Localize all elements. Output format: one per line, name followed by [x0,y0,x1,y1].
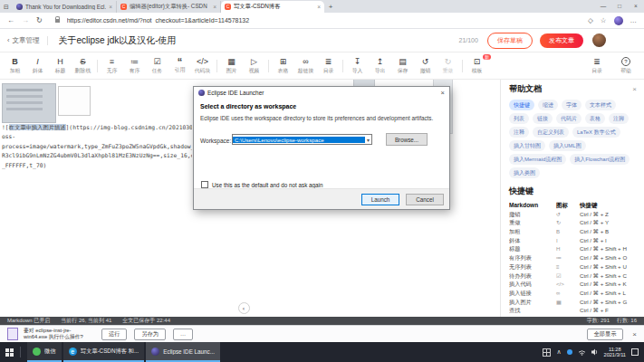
help-doc-pill[interactable]: 快捷键 [509,100,534,110]
toolbar-button[interactable]: ≔ 有序 [123,57,146,75]
cancel-button[interactable]: Cancel [406,194,444,205]
taskbar-app[interactable]: 写文章-CSDN博客 和... [63,342,145,362]
refresh-icon[interactable]: ↻ [36,16,43,24]
launch-button[interactable]: Launch [361,194,399,205]
toolbar-button[interactable]: “ 引用 [168,58,191,74]
toolbar-button[interactable]: ↥ 导出 [369,57,391,75]
toolbar-button[interactable]: ≣ 目录 [582,57,611,75]
article-manage-link[interactable]: ‹ 文章管理 [7,36,48,45]
toolbar-button[interactable]: ▦ 图片 [220,57,243,75]
help-doc-pill[interactable]: 插入甘特图 [509,140,545,151]
toolbar-button[interactable]: ↻ 重做 [437,57,459,75]
markdown-source[interactable]: ![在文章中插入图片描述](https://img-blog.csdnimg.c… [2,123,192,170]
help-doc-pill[interactable]: 插入Mermaid流程图 [509,154,566,165]
sparkle-icon[interactable]: ◇ [588,16,593,24]
toolbar-button[interactable]: ↧ 导入 [346,57,369,75]
new-tab-button[interactable]: + [324,1,337,13]
browse-button[interactable]: Browse... [386,133,428,146]
taskbar-app[interactable]: 微信 [27,342,62,362]
help-doc-pill[interactable]: 插入类图 [509,167,540,178]
taskbar-app[interactable]: Eclipse IDE Launc... [146,342,220,362]
combobox-dropdown-icon[interactable]: ▾ [365,137,371,143]
tray-app-icon[interactable] [543,348,551,357]
help-doc-pill[interactable]: LaTeX 数学公式 [572,127,620,138]
toolbar-button[interactable]: H 标题 [49,57,72,75]
toolbar-button[interactable]: ≡ 无序 [101,57,123,75]
show-hidden-icons-chevron[interactable]: ∧ [556,348,561,356]
help-doc-pill[interactable]: 自定义列表 [533,127,569,138]
help-doc-pill[interactable]: 字体 [562,100,582,110]
article-title-input[interactable] [57,34,459,46]
wifi-icon[interactable] [578,349,586,356]
toolbar-button[interactable]: ☑ 任务 [146,57,168,75]
minimize-button[interactable]: — [595,0,611,12]
tab-close-icon[interactable]: × [213,4,216,10]
download-bar-close-icon[interactable]: × [632,330,637,338]
browser-menu-icon[interactable]: … [630,16,638,24]
back-icon[interactable]: ← [7,16,14,24]
toolbar-button[interactable]: B 加粗 [4,57,26,75]
toolbar-button[interactable]: ∞ 超链接 [294,57,317,75]
help-doc-pill[interactable]: 代码片 [556,113,582,124]
url-text[interactable]: https://editor.csdn.net/md/?not_checkout… [67,17,581,24]
run-button[interactable]: 运行 [101,329,127,340]
user-avatar[interactable] [592,33,606,47]
toolbar-button[interactable]: ⊞ 表格 [272,57,294,75]
show-all-downloads-button[interactable]: 全部显示 [587,329,624,340]
browser-tab[interactable]: 写文章-CSDN博客 × [221,1,324,13]
action-center-icon[interactable] [631,348,639,356]
browser-tab[interactable]: 编辑器(editor)文章转换- CSDN × [117,1,221,13]
help-doc-pill[interactable]: 注释 [509,127,529,138]
maximize-button[interactable]: □ [611,0,628,12]
help-doc-pill[interactable]: 链接 [533,113,553,124]
toolbar-button[interactable]: S 删除线 [72,57,94,75]
preview-toggle-icon[interactable]: ◐ [238,302,250,314]
default-workspace-checkbox-row[interactable]: Use this as the default and do not ask a… [201,181,323,188]
toolbar-button[interactable]: </> 代码块 [191,57,214,75]
toolbar-button[interactable]: ▤ 保存 [391,57,414,75]
help-doc-pill[interactable]: 列表 [509,113,529,124]
volume-icon[interactable] [591,348,599,356]
tab-close-icon[interactable]: × [109,4,112,10]
help-close-icon[interactable]: × [632,85,637,93]
toolbar-button[interactable]: ▷ 视频 [243,57,265,75]
toolbar-button[interactable]: ≣ 目录 [317,57,340,75]
help-doc-pill[interactable]: 缩进 [538,100,558,110]
download-more-icon[interactable]: ··· [173,329,193,340]
toolbar-button[interactable]: ↺ 撤销 [414,57,437,75]
browser-profile-avatar[interactable] [614,16,623,25]
close-window-button[interactable]: × [628,0,644,12]
new-badge: 新 [483,54,491,60]
favorite-star-icon[interactable]: ☆ [601,16,607,24]
dialog-close-icon[interactable]: × [441,89,445,97]
start-button-icon[interactable] [5,348,14,357]
save-as-button[interactable]: 另存为 [134,329,166,340]
dialog-title-bar[interactable]: Eclipse IDE Launcher × [194,87,449,99]
help-doc-pill[interactable]: 插入Flowchart流程图 [570,154,630,165]
publish-button[interactable]: 发布文章 [540,33,583,48]
toolbar-button[interactable]: ? 帮助 [611,57,640,75]
markdown-line: _FFFFFF,t_70) [2,161,192,170]
toolbar-button[interactable]: I 斜体 [26,57,49,75]
taskbar-clock[interactable]: 11:28 2021/3/11 [604,347,626,358]
eclipse-launcher-dialog: Eclipse IDE Launcher × Select a director… [193,86,450,210]
toolbar-button[interactable]: ⊡ 新 模板 [466,57,488,75]
shortcut-row: 无序列表 ≡ Ctrl / ⌘ + Shift + U [509,262,637,272]
app-icon [69,348,77,356]
checkbox[interactable] [201,181,208,188]
download-message: 要对 eclipse-inst-jre- win64.exe 执行什么操作? [24,328,94,341]
help-doc-pill[interactable]: 文本样式 [585,100,616,110]
tab-favicon-icon [120,4,127,10]
tab-actions-icon[interactable]: ⊟ [0,2,13,13]
save-draft-button[interactable]: 保存草稿 [487,33,533,49]
workspace-combobox[interactable]: C:\Users\Lenovo\eclipse-workspace ▾ [232,134,372,145]
help-doc-pill[interactable]: 注脚 [609,113,629,124]
browser-tab[interactable]: Thank You for Downloading Ecl... × [13,1,117,13]
inline-image-thumbnail[interactable] [58,86,91,116]
inline-image-thumbnail[interactable] [2,83,56,123]
shortcut-row: 查找 Ctrl / ⌘ + F [509,306,637,315]
help-doc-pill[interactable]: 表格 [585,113,605,124]
tab-close-icon[interactable]: × [317,4,321,10]
security-tray-icon[interactable] [567,349,572,355]
help-doc-pill[interactable]: 插入UML图 [549,140,586,151]
